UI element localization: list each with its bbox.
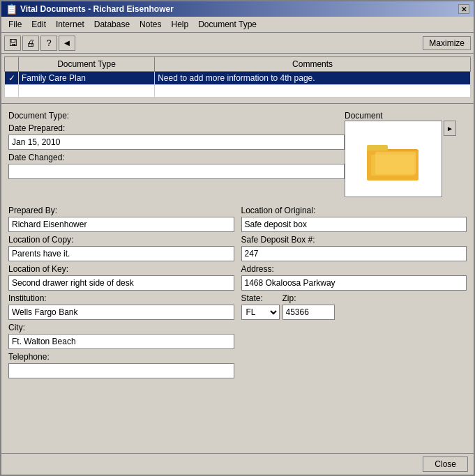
table-row-empty bbox=[5, 85, 471, 98]
table-row[interactable]: ✓ Family Care Plan Need to add more info… bbox=[5, 72, 471, 85]
date-changed-label: Date Changed: bbox=[8, 153, 345, 162]
location-copy-col: Location of Copy: bbox=[8, 235, 234, 261]
document-panel-title: Document bbox=[345, 111, 383, 121]
toolbar-save-button[interactable]: 🖫 bbox=[4, 36, 21, 51]
bottom-bar: Close bbox=[1, 453, 474, 475]
location-original-label: Location of Original: bbox=[241, 206, 467, 215]
city-input[interactable] bbox=[8, 334, 234, 349]
zip-label: Zip: bbox=[282, 293, 335, 303]
title-bar: 📋 Vital Documents - Richard Eisenhower ✕ bbox=[1, 1, 474, 17]
toolbar-help-button[interactable]: ? bbox=[40, 36, 57, 51]
row-document-type[interactable]: Family Care Plan bbox=[19, 72, 155, 85]
top-left-form: Document Type: Date Prepared: Date Chang… bbox=[8, 111, 345, 182]
close-button[interactable]: Close bbox=[423, 456, 468, 472]
safe-deposit-input[interactable] bbox=[241, 246, 467, 261]
location-original-input[interactable] bbox=[241, 217, 467, 232]
document-table: Document Type Comments ✓ Family Care Pla… bbox=[4, 56, 471, 98]
state-zip-row: State: FL AL GA TX Zip: bbox=[241, 293, 467, 320]
location-key-label: Location of Key: bbox=[8, 264, 234, 274]
toolbar: 🖫 🖨 ? ◄ Maximize bbox=[1, 33, 474, 54]
zip-input[interactable] bbox=[282, 305, 335, 320]
maximize-button[interactable]: Maximize bbox=[423, 36, 471, 50]
prepared-by-row: Prepared By: Location of Original: bbox=[8, 206, 467, 232]
document-nav-right[interactable]: ► bbox=[444, 121, 456, 136]
city-label: City: bbox=[8, 323, 234, 332]
empty-checkbox bbox=[5, 85, 19, 98]
location-copy-row: Location of Copy: Safe Deposit Box #: bbox=[8, 235, 467, 261]
institution-state-row: Institution: State: FL AL GA TX bbox=[8, 293, 467, 320]
address-input[interactable] bbox=[241, 275, 467, 291]
empty-type bbox=[19, 85, 155, 98]
menu-bar: File Edit Internet Database Notes Help D… bbox=[1, 17, 474, 33]
row-comment: Need to add more information to 4th page… bbox=[155, 72, 471, 85]
city-row: City: bbox=[8, 323, 467, 349]
location-original-col: Location of Original: bbox=[241, 206, 467, 232]
date-prepared-input[interactable] bbox=[8, 135, 345, 150]
city-col: City: bbox=[8, 323, 234, 349]
menu-database[interactable]: Database bbox=[90, 18, 134, 31]
address-label: Address: bbox=[241, 264, 467, 274]
window-title: Vital Documents - Richard Eisenhower bbox=[20, 4, 174, 14]
empty-comment bbox=[155, 85, 471, 98]
toolbar-back-button[interactable]: ◄ bbox=[59, 36, 75, 51]
document-panel: Document ► bbox=[345, 111, 467, 197]
table-header-checkbox bbox=[5, 57, 19, 72]
menu-file[interactable]: File bbox=[4, 18, 26, 31]
state-zip-col: State: FL AL GA TX Zip: bbox=[241, 293, 467, 320]
telephone-input[interactable] bbox=[8, 363, 234, 378]
state-group: State: FL AL GA TX bbox=[241, 293, 280, 320]
toolbar-print-button[interactable]: 🖨 bbox=[22, 36, 39, 51]
telephone-label: Telephone: bbox=[8, 352, 234, 362]
menu-internet[interactable]: Internet bbox=[52, 18, 89, 31]
zip-group: Zip: bbox=[282, 293, 335, 320]
folder-svg bbox=[365, 137, 421, 182]
telephone-col: Telephone: bbox=[8, 352, 234, 378]
document-preview[interactable] bbox=[345, 121, 442, 197]
safe-deposit-label: Safe Deposit Box #: bbox=[241, 235, 467, 245]
safe-deposit-col: Safe Deposit Box #: bbox=[241, 235, 467, 261]
key-address-row: Location of Key: Address: bbox=[8, 264, 467, 291]
telephone-row: Telephone: bbox=[8, 352, 467, 378]
app-icon: 📋 bbox=[6, 3, 17, 15]
menu-document-type[interactable]: Document Type bbox=[194, 18, 261, 31]
document-table-section: Document Type Comments ✓ Family Care Pla… bbox=[1, 54, 474, 100]
location-key-col: Location of Key: bbox=[8, 264, 234, 291]
date-changed-input[interactable] bbox=[8, 164, 345, 179]
state-label: State: bbox=[241, 293, 280, 303]
menu-edit[interactable]: Edit bbox=[27, 18, 50, 31]
table-header-type: Document Type bbox=[19, 57, 155, 72]
form-section: Prepared By: Location of Original: Locat… bbox=[1, 200, 474, 453]
location-copy-input[interactable] bbox=[8, 246, 234, 261]
institution-input[interactable] bbox=[8, 305, 234, 320]
location-key-input[interactable] bbox=[8, 275, 234, 291]
top-form-area: Document Type: Date Prepared: Date Chang… bbox=[1, 107, 474, 200]
table-header-comments: Comments bbox=[155, 57, 471, 72]
date-prepared-label: Date Prepared: bbox=[8, 123, 345, 133]
title-bar-left: 📋 Vital Documents - Richard Eisenhower bbox=[6, 3, 174, 15]
row-checkbox[interactable]: ✓ bbox=[5, 72, 19, 85]
institution-col: Institution: bbox=[8, 293, 234, 320]
document-type-label: Document Type: bbox=[8, 111, 345, 121]
window-close-button[interactable]: ✕ bbox=[458, 4, 469, 14]
state-select[interactable]: FL AL GA TX bbox=[241, 305, 280, 320]
prepared-by-input[interactable] bbox=[8, 217, 234, 232]
menu-help[interactable]: Help bbox=[167, 18, 193, 31]
address-col: Address: bbox=[241, 264, 467, 291]
location-copy-label: Location of Copy: bbox=[8, 235, 234, 245]
main-window: 📋 Vital Documents - Richard Eisenhower ✕… bbox=[0, 0, 475, 476]
prepared-by-col: Prepared By: bbox=[8, 206, 234, 232]
menu-notes[interactable]: Notes bbox=[135, 18, 165, 31]
svg-rect-4 bbox=[375, 152, 416, 174]
prepared-by-label: Prepared By: bbox=[8, 206, 234, 215]
institution-label: Institution: bbox=[8, 293, 234, 303]
